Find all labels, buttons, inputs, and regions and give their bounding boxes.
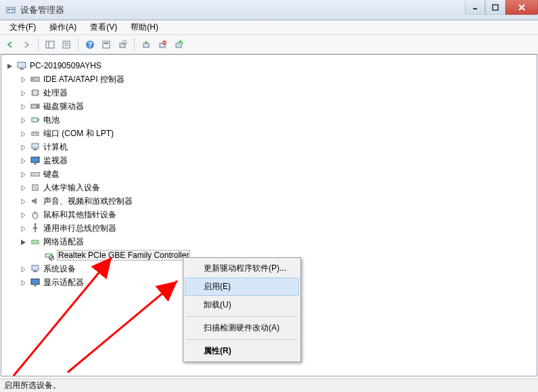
svg-rect-40 [32,144,39,148]
ctx-update-driver[interactable]: 更新驱动程序软件(P)... [185,259,299,278]
tree-item-battery[interactable]: 电池 [5,113,537,127]
details-button[interactable] [99,37,114,52]
expand-icon[interactable] [19,224,27,232]
show-hide-tree-button[interactable] [43,37,58,52]
tree-item-label: 通用串行总线控制器 [43,223,116,234]
expand-icon[interactable] [19,89,27,97]
menu-view[interactable]: 查看(V) [85,20,122,35]
tree-item-label: 显示适配器 [43,277,84,288]
tree-item-hid[interactable]: 人体学输入设备 [5,181,537,194]
tree-item-computer[interactable]: 计算机 [5,140,537,154]
expand-icon[interactable] [19,183,27,192]
expand-icon[interactable] [19,278,27,286]
audio-icon [30,196,41,206]
svg-rect-58 [32,265,39,270]
tree-item-label: 端口 (COM 和 LPT) [43,128,114,139]
status-bar: 启用所选设备。 [0,378,538,392]
maximize-button[interactable] [485,0,506,15]
tree-item-keyboard[interactable]: 键盘 [5,167,537,181]
tree-item-label: 鼠标和其他指针设备 [43,209,116,221]
tree-item-disk[interactable]: 磁盘驱动器 [5,100,537,113]
expand-icon[interactable] [19,265,27,273]
tree-item-ide[interactable]: IDE ATA/ATAPI 控制器 [5,72,537,86]
tree-item-label: 磁盘驱动器 [43,101,84,112]
close-button[interactable] [506,0,538,15]
tree-item-label: 处理器 [43,87,68,99]
collapse-icon[interactable] [5,62,14,70]
menu-action[interactable]: 操作(A) [44,20,82,35]
svg-rect-54 [33,242,35,242]
svg-rect-0 [7,7,15,13]
uninstall-button[interactable] [155,37,170,52]
scan-hardware-button[interactable] [115,37,130,52]
tree-root-label: PC-20190509AYHS [30,61,102,70]
usb-icon [30,223,41,234]
tree-root[interactable]: PC-20190509AYHS [5,59,537,72]
menu-file[interactable]: 文件(F) [4,20,41,35]
network-icon [30,236,41,247]
forward-button[interactable] [19,37,34,52]
svg-rect-37 [32,132,39,135]
ctx-enable[interactable]: 启用(E) [185,278,299,296]
menu-help[interactable]: 帮助(H) [125,20,164,35]
svg-rect-46 [34,174,35,175]
tree-item-label: 计算机 [43,141,68,153]
tree-item-label: 声音、视频和游戏控制器 [43,196,133,207]
enable-button[interactable] [171,37,186,52]
device-tree: PC-20190509AYHS IDE ATA/ATAPI 控制器 处理器 磁盘… [1,55,537,289]
expand-icon[interactable] [19,211,27,219]
svg-rect-41 [33,149,37,150]
ctx-properties-label: 属性(R) [204,346,231,355]
expand-icon[interactable] [19,156,27,165]
svg-point-34 [36,105,39,108]
svg-rect-59 [33,271,37,272]
hid-icon [30,182,41,193]
svg-point-27 [32,79,34,80]
system-icon [30,263,41,274]
expand-icon[interactable] [19,197,27,205]
tree-item-ports[interactable]: 端口 (COM 和 LPT) [5,127,537,140]
tree-item-label: 键盘 [43,169,60,180]
svg-rect-2 [12,9,14,10]
properties-button[interactable] [59,37,74,52]
expand-icon[interactable] [19,129,27,137]
expand-icon[interactable] [19,116,27,124]
ide-icon [30,74,41,85]
svg-rect-25 [20,68,24,70]
svg-text:?: ? [88,41,92,49]
ctx-separator [186,339,298,340]
ctx-scan-hardware[interactable]: 扫描检测硬件改动(A) [185,319,299,337]
minimize-button[interactable] [465,0,485,15]
update-driver-button[interactable] [139,37,154,52]
tree-item-mouse[interactable]: 鼠标和其他指针设备 [5,208,537,221]
menu-bar: 文件(F) 操作(A) 查看(V) 帮助(H) [0,20,538,35]
svg-rect-43 [34,163,37,165]
collapse-icon[interactable] [19,238,27,246]
computer-icon [30,141,41,152]
tree-item-processor[interactable]: 处理器 [5,86,537,100]
ctx-uninstall[interactable]: 卸载(U) [185,296,299,314]
svg-point-38 [33,133,35,134]
toolbar: ? [0,35,538,54]
tree-item-usb[interactable]: 通用串行总线控制器 [5,221,537,235]
tree-item-network[interactable]: 网络适配器 [5,235,537,248]
window-title: 设备管理器 [20,4,465,16]
expand-icon[interactable] [19,102,27,110]
expand-icon[interactable] [19,75,27,83]
tree-item-label: 系统设备 [43,263,76,275]
svg-point-39 [36,133,37,134]
battery-icon [30,114,41,125]
expand-icon[interactable] [19,170,27,178]
tree-item-monitor[interactable]: 监视器 [5,154,537,167]
back-button[interactable] [3,37,18,52]
ctx-properties[interactable]: 属性(R) [185,342,299,360]
toolbar-separator [78,38,79,51]
disk-icon [30,101,41,112]
svg-point-52 [35,223,37,225]
tree-item-audio[interactable]: 声音、视频和游戏控制器 [5,194,537,208]
toolbar-separator [38,38,39,51]
expand-icon[interactable] [19,143,27,151]
app-icon [5,5,16,16]
svg-rect-47 [35,174,36,175]
help-button[interactable]: ? [83,37,97,52]
